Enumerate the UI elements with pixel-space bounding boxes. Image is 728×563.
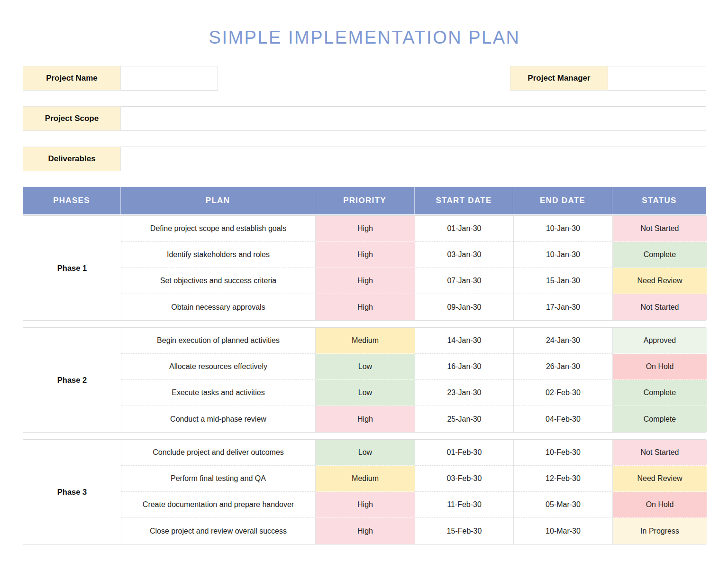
- end-date-cell[interactable]: 12-Feb-30: [514, 466, 613, 492]
- priority-cell[interactable]: High: [316, 518, 415, 544]
- project-name-group: Project Name: [23, 66, 218, 91]
- phase-1-block: Phase 1 Define project scope and establi…: [23, 215, 706, 321]
- plan-cell[interactable]: Begin execution of planned activities: [121, 328, 316, 354]
- header-plan: PLAN: [121, 187, 315, 214]
- header-phases: PHASES: [23, 187, 121, 214]
- priority-cell[interactable]: Low: [316, 354, 415, 380]
- priority-cell[interactable]: High: [316, 268, 415, 294]
- project-scope-row: Project Scope: [23, 106, 706, 131]
- status-cell[interactable]: Approved: [613, 328, 707, 354]
- status-cell[interactable]: Complete: [613, 380, 707, 406]
- plan-cell[interactable]: Execute tasks and activities: [121, 380, 316, 406]
- page: SIMPLE IMPLEMENTATION PLAN Project Name …: [0, 0, 728, 563]
- table-header: PHASES PLAN PRIORITY START DATE END DATE…: [23, 187, 706, 214]
- priority-cell[interactable]: High: [316, 406, 415, 432]
- status-cell[interactable]: On Hold: [613, 492, 707, 518]
- phase-2-block: Phase 2 Begin execution of planned activ…: [23, 327, 706, 433]
- status-cell[interactable]: In Progress: [613, 518, 707, 544]
- status-cell[interactable]: Complete: [613, 242, 707, 268]
- header-status: STATUS: [612, 187, 706, 214]
- header-priority: PRIORITY: [315, 187, 415, 214]
- project-manager-field[interactable]: [608, 66, 706, 91]
- status-cell[interactable]: Complete: [613, 406, 707, 432]
- project-scope-field[interactable]: [121, 106, 706, 131]
- status-cell[interactable]: Need Review: [613, 268, 707, 294]
- end-date-cell[interactable]: 10-Feb-30: [514, 440, 613, 466]
- deliverables-row: Deliverables: [23, 147, 706, 171]
- end-date-cell[interactable]: 26-Jan-30: [514, 354, 613, 380]
- plan-cell[interactable]: Identify stakeholders and roles: [121, 242, 316, 268]
- phase-3-block: Phase 3 Conclude project and deliver out…: [23, 439, 706, 545]
- start-date-cell[interactable]: 01-Jan-30: [415, 216, 514, 242]
- priority-cell[interactable]: High: [316, 492, 415, 518]
- status-cell[interactable]: On Hold: [613, 354, 707, 380]
- plan-cell[interactable]: Define project scope and establish goals: [121, 216, 316, 242]
- plan-cell[interactable]: Set objectives and success criteria: [121, 268, 316, 294]
- priority-cell[interactable]: Medium: [316, 328, 415, 354]
- start-date-cell[interactable]: 03-Jan-30: [415, 242, 514, 268]
- start-date-cell[interactable]: 16-Jan-30: [415, 354, 514, 380]
- end-date-cell[interactable]: 02-Feb-30: [514, 380, 613, 406]
- project-name-field[interactable]: [121, 66, 218, 91]
- phase-name: Phase 3: [23, 440, 121, 544]
- header-start-date: START DATE: [415, 187, 513, 214]
- end-date-cell[interactable]: 15-Jan-30: [514, 268, 613, 294]
- priority-cell[interactable]: High: [316, 242, 415, 268]
- project-manager-label: Project Manager: [510, 66, 608, 91]
- end-date-cell[interactable]: 10-Mar-30: [514, 518, 613, 544]
- plan-cell[interactable]: Obtain necessary approvals: [121, 294, 316, 320]
- end-date-cell[interactable]: 17-Jan-30: [514, 294, 613, 320]
- deliverables-field[interactable]: [121, 147, 706, 171]
- end-date-cell[interactable]: 10-Jan-30: [514, 242, 613, 268]
- start-date-cell[interactable]: 23-Jan-30: [415, 380, 514, 406]
- plan-cell[interactable]: Create documentation and prepare handove…: [121, 492, 316, 518]
- start-date-cell[interactable]: 14-Jan-30: [415, 328, 514, 354]
- project-scope-label: Project Scope: [23, 106, 121, 131]
- phase-name: Phase 1: [23, 216, 121, 320]
- plan-cell[interactable]: Close project and review overall success: [121, 518, 316, 544]
- status-cell[interactable]: Need Review: [613, 466, 707, 492]
- page-title: SIMPLE IMPLEMENTATION PLAN: [23, 28, 706, 48]
- priority-cell[interactable]: Medium: [316, 466, 415, 492]
- start-date-cell[interactable]: 09-Jan-30: [415, 294, 514, 320]
- status-cell[interactable]: Not Started: [613, 294, 707, 320]
- plan-cell[interactable]: Conclude project and deliver outcomes: [121, 440, 316, 466]
- status-cell[interactable]: Not Started: [613, 440, 707, 466]
- plan-cell[interactable]: Perform final testing and QA: [121, 466, 316, 492]
- project-name-label: Project Name: [23, 66, 121, 91]
- header-end-date: END DATE: [513, 187, 612, 214]
- deliverables-label: Deliverables: [23, 147, 121, 171]
- priority-cell[interactable]: High: [316, 216, 415, 242]
- end-date-cell[interactable]: 04-Feb-30: [514, 406, 613, 432]
- start-date-cell[interactable]: 25-Jan-30: [415, 406, 514, 432]
- start-date-cell[interactable]: 01-Feb-30: [415, 440, 514, 466]
- status-cell[interactable]: Not Started: [613, 216, 707, 242]
- priority-cell[interactable]: High: [316, 294, 415, 320]
- priority-cell[interactable]: Low: [316, 440, 415, 466]
- start-date-cell[interactable]: 07-Jan-30: [415, 268, 514, 294]
- project-manager-group: Project Manager: [510, 66, 706, 91]
- project-info-row: Project Name Project Manager: [23, 66, 706, 91]
- start-date-cell[interactable]: 15-Feb-30: [415, 518, 514, 544]
- end-date-cell[interactable]: 10-Jan-30: [514, 216, 613, 242]
- start-date-cell[interactable]: 03-Feb-30: [415, 466, 514, 492]
- plan-cell[interactable]: Allocate resources effectively: [121, 354, 316, 380]
- priority-cell[interactable]: Low: [316, 380, 415, 406]
- plan-cell[interactable]: Conduct a mid-phase review: [121, 406, 316, 432]
- end-date-cell[interactable]: 24-Jan-30: [514, 328, 613, 354]
- end-date-cell[interactable]: 05-Mar-30: [514, 492, 613, 518]
- phase-name: Phase 2: [23, 328, 121, 432]
- start-date-cell[interactable]: 11-Feb-30: [415, 492, 514, 518]
